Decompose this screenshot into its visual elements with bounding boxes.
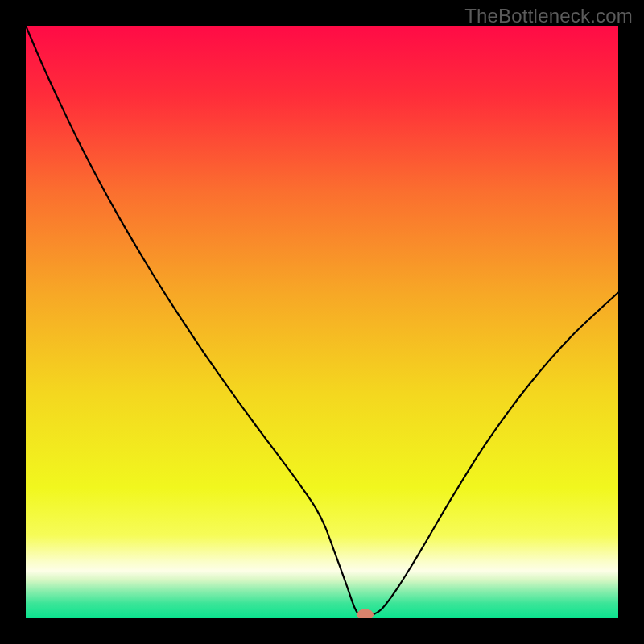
chart-background: [26, 26, 618, 618]
chart-svg: [26, 26, 618, 618]
watermark-text: TheBottleneck.com: [464, 5, 633, 27]
chart-plot-area: [26, 26, 618, 618]
